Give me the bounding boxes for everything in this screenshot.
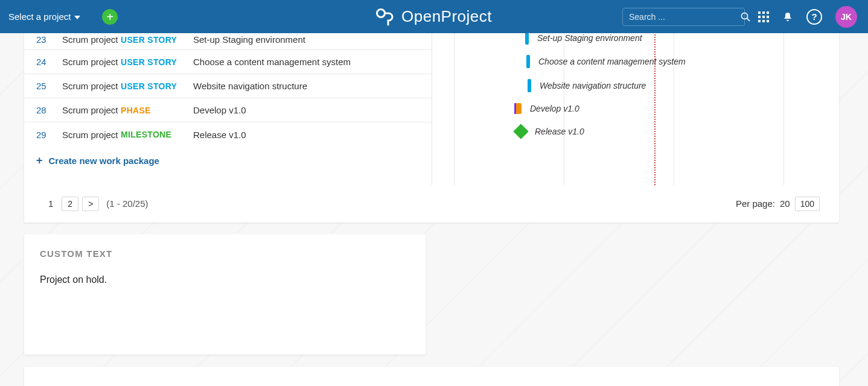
work-packages-card: 23 Scrum project USER STORY Set-up Stagi…: [24, 30, 839, 223]
wp-id[interactable]: 25: [24, 81, 62, 91]
gantt-bar-icon: [526, 55, 530, 68]
add-button[interactable]: +: [102, 9, 118, 25]
table-row[interactable]: 28 Scrum project PHASE Develop v1.0: [24, 98, 432, 122]
project-selector-label: Select a project: [8, 11, 71, 22]
top-bar: Select a project + OpenProject: [0, 0, 868, 33]
page-stage: 23 Scrum project USER STORY Set-up Stagi…: [0, 33, 868, 386]
wp-type: USER STORY: [121, 57, 193, 67]
brand-logo[interactable]: OpenProject: [376, 7, 492, 26]
caret-down-icon: [74, 16, 80, 19]
wp-type: USER STORY: [121, 35, 193, 45]
table-row[interactable]: 29 Scrum project MILESTONE Release v1.0: [24, 122, 432, 147]
wp-project: Scrum project: [62, 105, 121, 115]
wp-project: Scrum project: [62, 57, 121, 67]
wp-type: MILESTONE: [121, 130, 193, 139]
create-label: Create new work package: [49, 156, 159, 166]
wp-subject[interactable]: Set-up Staging environment: [193, 34, 432, 45]
global-search[interactable]: [622, 8, 745, 26]
svg-point-0: [377, 9, 385, 17]
wp-id[interactable]: 24: [24, 57, 62, 67]
gantt-bar-icon: [528, 79, 531, 92]
page-2-button[interactable]: 2: [62, 197, 78, 211]
per-page-control: Per page: 20 100: [736, 197, 820, 211]
table-row[interactable]: 24 Scrum project USER STORY Choose a con…: [24, 50, 432, 74]
wp-subject[interactable]: Choose a content management system: [193, 57, 432, 67]
wp-type: USER STORY: [121, 81, 193, 91]
gantt-item[interactable]: Set-up Staging environment: [525, 31, 642, 45]
work-packages-table: 23 Scrum project USER STORY Set-up Stagi…: [24, 30, 432, 185]
page-current: 1: [43, 196, 58, 211]
wp-project: Scrum project: [62, 130, 121, 140]
page-next-button[interactable]: >: [82, 197, 99, 211]
gantt-items: Set-up Staging environment Choose a cont…: [432, 30, 839, 185]
gantt-label: Set-up Staging environment: [537, 33, 642, 43]
gantt-item[interactable]: Choose a content management system: [526, 55, 686, 68]
gantt-label: Website navigation structure: [540, 81, 646, 90]
wp-type: PHASE: [121, 106, 193, 115]
per-page-100-button[interactable]: 100: [795, 197, 820, 211]
plus-icon: +: [36, 155, 43, 166]
table-row[interactable]: 25 Scrum project USER STORY Website navi…: [24, 74, 432, 98]
notifications-icon[interactable]: [782, 11, 793, 22]
gantt-item[interactable]: Develop v1.0: [515, 103, 579, 114]
gantt-label: Choose a content management system: [538, 57, 686, 66]
svg-point-1: [742, 13, 748, 19]
per-page-selected: 20: [780, 198, 790, 209]
svg-line-2: [747, 18, 750, 21]
empty-widget[interactable]: [24, 367, 839, 386]
avatar-initials: JK: [841, 12, 852, 22]
wp-id[interactable]: 23: [24, 34, 62, 45]
pagination: 1 2 > (1 - 20/25) Per page: 20 100: [24, 185, 839, 211]
gantt-bar-icon: [515, 103, 522, 114]
help-symbol: ?: [811, 11, 817, 22]
gantt-item[interactable]: Website navigation structure: [528, 79, 646, 92]
wp-subject[interactable]: Website navigation structure: [193, 81, 432, 91]
work-packages-area: 23 Scrum project USER STORY Set-up Stagi…: [24, 30, 839, 185]
wp-id[interactable]: 29: [24, 130, 62, 140]
plus-icon: +: [107, 11, 114, 23]
create-work-package-button[interactable]: + Create new work package: [24, 147, 432, 166]
project-selector[interactable]: Select a project: [8, 11, 80, 22]
brand-name: OpenProject: [401, 7, 492, 26]
custom-text-body: Project on hold.: [40, 274, 410, 285]
gantt-item[interactable]: Release v1.0: [515, 126, 584, 137]
per-page-label: Per page:: [736, 198, 775, 209]
gantt-label: Develop v1.0: [530, 104, 579, 113]
wp-subject[interactable]: Develop v1.0: [193, 105, 432, 115]
search-icon[interactable]: [741, 12, 750, 22]
wp-subject[interactable]: Release v1.0: [193, 130, 432, 140]
wp-project: Scrum project: [62, 81, 121, 91]
gantt-chart[interactable]: Set-up Staging environment Choose a cont…: [432, 30, 839, 185]
gantt-bar-icon: [525, 31, 529, 45]
milestone-icon: [513, 124, 528, 139]
apps-icon[interactable]: [758, 11, 769, 22]
topbar-right: ? JK: [622, 6, 868, 28]
search-input[interactable]: [623, 12, 741, 22]
gantt-label: Release v1.0: [535, 127, 584, 136]
custom-text-widget[interactable]: CUSTOM TEXT Project on hold.: [24, 234, 426, 355]
avatar[interactable]: JK: [835, 6, 857, 28]
grid-dots-icon: [758, 11, 769, 22]
wp-project: Scrum project: [62, 34, 121, 45]
help-icon[interactable]: ?: [806, 9, 822, 25]
page-info: (1 - 20/25): [106, 198, 148, 209]
wp-id[interactable]: 28: [24, 105, 62, 115]
custom-text-heading: CUSTOM TEXT: [40, 248, 410, 259]
openproject-logo-icon: [376, 8, 397, 26]
